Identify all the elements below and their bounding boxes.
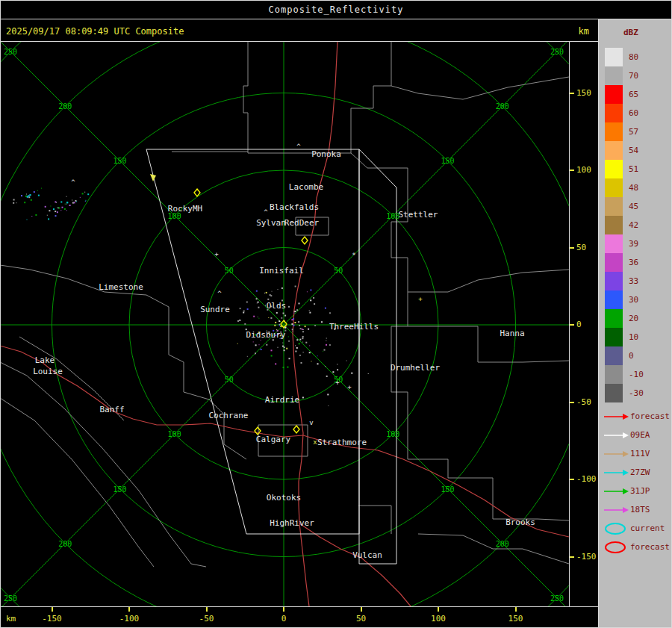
track-arrow-icon bbox=[603, 484, 630, 499]
city-label: Airdrie bbox=[265, 395, 299, 405]
legend-label: 18TS bbox=[630, 505, 650, 514]
colorbar-value: 45 bbox=[629, 202, 638, 211]
track-arrow-icon bbox=[603, 428, 630, 443]
city-label: Drumheller bbox=[391, 363, 441, 373]
y-axis-tick bbox=[570, 479, 574, 480]
colorbar-swatch bbox=[605, 122, 623, 141]
colorbar-swatch bbox=[605, 160, 623, 178]
colorbar-swatch bbox=[605, 178, 623, 197]
y-axis-tick bbox=[570, 556, 574, 558]
window-title-bar: Composite_Reflectivity bbox=[0, 0, 672, 19]
track-arrow-icon bbox=[603, 503, 630, 517]
colorbar-swatch bbox=[605, 104, 623, 122]
city-label: Strathmore bbox=[317, 438, 367, 447]
range-ring-label: 250 bbox=[4, 48, 17, 56]
range-ring-label: 150 bbox=[441, 485, 455, 494]
city-label: Stettler bbox=[399, 210, 438, 220]
colorbar-row: 39 bbox=[605, 234, 644, 253]
position-ellipse-icon bbox=[603, 540, 630, 555]
colorbar-row: 33 bbox=[605, 272, 644, 290]
colorbar-row: 42 bbox=[605, 216, 644, 234]
legend-label: forecast bbox=[630, 542, 670, 552]
reflectivity-colorbar: 807065605754514845423936333020100-10-30 bbox=[605, 48, 644, 402]
colorbar-row: -10 bbox=[605, 365, 644, 384]
colorbar-row: 48 bbox=[605, 178, 644, 197]
city-label: RockyMH bbox=[168, 204, 202, 214]
colorbar-swatch bbox=[605, 66, 623, 85]
range-ring-label: 150 bbox=[441, 157, 455, 165]
x-axis-label: 100 bbox=[431, 614, 446, 624]
storm-mark: ^ bbox=[71, 178, 75, 186]
legend-row: forecast bbox=[603, 538, 670, 556]
colorbar-value: 60 bbox=[629, 108, 638, 118]
colorbar-value: 57 bbox=[629, 127, 638, 137]
city-label: Blackfalds bbox=[270, 202, 319, 212]
legend-label: 31JP bbox=[630, 486, 650, 496]
colorbar-value: -30 bbox=[629, 388, 644, 398]
city-label: ThreeHills bbox=[329, 322, 379, 332]
colorbar-value: -10 bbox=[629, 370, 644, 379]
storm-mark: + bbox=[335, 379, 340, 386]
legend-row: current bbox=[603, 519, 670, 538]
city-label: Banff bbox=[99, 405, 124, 414]
y-axis-label: 50 bbox=[576, 243, 586, 252]
timestamp-label: 2025/09/17 08:09:49 UTC Composite bbox=[6, 26, 184, 37]
city-label: Hanna bbox=[500, 329, 524, 338]
city-label: Louise bbox=[33, 367, 63, 376]
storm-mark: * bbox=[352, 252, 355, 259]
city-label: Cochrane bbox=[209, 411, 249, 420]
map-right-border bbox=[569, 41, 570, 607]
y-axis-label: 100 bbox=[576, 165, 591, 175]
city-label: HighRiver bbox=[270, 518, 314, 528]
colorbar-value: 39 bbox=[629, 239, 638, 249]
y-axis-label: -100 bbox=[576, 474, 597, 484]
colorbar-value: 80 bbox=[629, 52, 638, 62]
city-label: Ponoka bbox=[311, 149, 341, 159]
colorbar-value: 65 bbox=[629, 90, 638, 99]
legend-row: 09EA bbox=[603, 426, 670, 444]
y-axis-unit-label: km bbox=[579, 26, 589, 37]
legend-row: 27ZW bbox=[603, 463, 670, 482]
colorbar-swatch bbox=[605, 216, 623, 234]
y-axis-label: 0 bbox=[576, 320, 582, 329]
city-label: Olds bbox=[267, 301, 287, 311]
y-axis-tick bbox=[570, 247, 574, 249]
range-ring-label: 200 bbox=[58, 102, 72, 111]
city-label: Vulcan bbox=[352, 550, 382, 560]
range-ring-label: 250 bbox=[550, 48, 564, 56]
x-axis-label: -150 bbox=[42, 614, 62, 624]
colorbar-swatch bbox=[605, 290, 623, 309]
legend-label: 111V bbox=[630, 449, 650, 458]
city-label: Didsbury bbox=[246, 330, 286, 340]
storm-mark: + bbox=[418, 295, 423, 302]
colorbar-swatch bbox=[605, 253, 623, 272]
colorbar-row: 80 bbox=[605, 48, 644, 66]
range-ring-label: 100 bbox=[386, 430, 399, 438]
position-ellipse-icon bbox=[603, 521, 630, 536]
sidebar-separator bbox=[598, 19, 599, 628]
city-label: Innisfail bbox=[259, 266, 304, 276]
sidebar: dBZ 807065605754514845423936333020100-10… bbox=[599, 19, 672, 628]
legend-label: current bbox=[630, 523, 665, 533]
x-axis-label: 150 bbox=[508, 614, 523, 624]
radar-site-diamond-icon bbox=[293, 426, 299, 433]
x-axis-tick bbox=[438, 607, 439, 612]
info-row: 2025/09/17 08:09:49 UTC Composite km bbox=[0, 19, 598, 41]
range-ring-label: 150 bbox=[113, 485, 126, 494]
city-label: Lake bbox=[35, 355, 55, 365]
track-arrow-icon bbox=[603, 465, 630, 480]
x-axis-tick bbox=[52, 607, 53, 612]
colorbar-swatch bbox=[605, 384, 623, 402]
legend-label: forecast bbox=[630, 411, 670, 421]
city-label: Lacombe bbox=[289, 182, 323, 192]
radar-map-canvas[interactable]: 5010015020025050100150200250501001502002… bbox=[0, 41, 569, 606]
radar-map-svg[interactable]: 5010015020025050100150200250501001502002… bbox=[0, 41, 569, 606]
colorbar-unit-label: dBZ bbox=[623, 28, 638, 37]
range-ring-label: 50 bbox=[334, 267, 343, 275]
city-label: Calgary bbox=[256, 435, 291, 444]
range-ring-label: 200 bbox=[496, 540, 509, 548]
y-axis-label: -50 bbox=[576, 397, 591, 407]
legend-row: 18TS bbox=[603, 500, 670, 519]
y-axis-tick bbox=[570, 93, 574, 94]
city-label: Sundre bbox=[200, 305, 230, 314]
